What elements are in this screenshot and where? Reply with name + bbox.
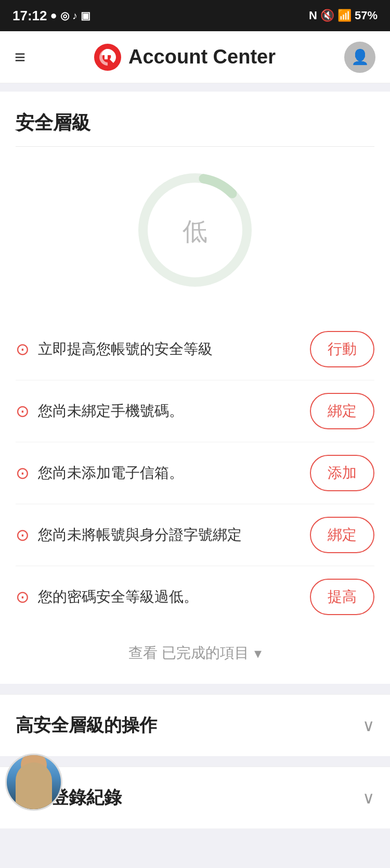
status-time: 17:12 (12, 8, 47, 24)
warning-text-3: 您尚未將帳號與身分證字號綁定 (38, 525, 242, 545)
warning-left-2: ⊙ 您尚未添加電子信箱。 (16, 463, 300, 483)
mid-divider-1 (0, 684, 390, 694)
warning-text-1: 您尚未綁定手機號碼。 (38, 401, 184, 421)
action-btn-3[interactable]: 綁定 (310, 517, 374, 553)
warning-text-2: 您尚未添加電子信箱。 (38, 463, 184, 483)
warning-item-2: ⊙ 您尚未添加電子信箱。 添加 (16, 442, 374, 504)
status-bar: 17:12 ● ◎ ♪ ▣ N 🔇 📶 57% (0, 0, 390, 31)
warning-left-3: ⊙ 您尚未將帳號與身分證字號綁定 (16, 525, 300, 545)
high-security-section[interactable]: 高安全層級的操作 ∨ (0, 694, 390, 756)
floating-avatar (5, 754, 62, 811)
view-completed-button[interactable]: 查看 已完成的項目 ▾ (16, 628, 374, 673)
security-gauge-chart: 低 (127, 162, 263, 298)
warning-item-4: ⊙ 您的密碼安全等級過低。 提高 (16, 566, 374, 628)
chevron-down-icon: ▾ (254, 645, 262, 662)
instagram-icon: ◎ (60, 9, 69, 22)
security-gauge-container: 低 (16, 162, 374, 298)
status-bar-right: N 🔇 📶 57% (309, 9, 378, 22)
security-section: 安全層級 低 ⊙ 立即提高您帳號的安全等級 行動 ⊙ 您尚未綁定手機號碼。 綁定 (0, 92, 390, 684)
warning-icon-3: ⊙ (16, 525, 30, 545)
floating-avatar-image (7, 755, 61, 809)
user-avatar[interactable]: 👤 (344, 42, 375, 73)
warning-left-1: ⊙ 您尚未綁定手機號碼。 (16, 401, 300, 421)
top-divider (0, 83, 390, 92)
warning-icon-2: ⊙ (16, 463, 30, 483)
discord-icon: ● (50, 9, 57, 22)
high-security-title: 高安全層級的操作 (16, 713, 157, 737)
mute-icon: 🔇 (320, 9, 334, 22)
warning-left-0: ⊙ 立即提高您帳號的安全等級 (16, 339, 300, 359)
warning-left-4: ⊙ 您的密碼安全等級過低。 (16, 586, 300, 607)
action-btn-0[interactable]: 行動 (310, 331, 374, 367)
chevron-down-icon-1: ∨ (362, 716, 374, 735)
action-btn-2[interactable]: 添加 (310, 455, 374, 491)
signal-icon: ▣ (81, 9, 90, 22)
warning-item-0: ⊙ 立即提高您帳號的安全等級 行動 (16, 318, 374, 380)
warning-list: ⊙ 立即提高您帳號的安全等級 行動 ⊙ 您尚未綁定手機號碼。 綁定 ⊙ 您尚未添… (16, 318, 374, 628)
action-btn-1[interactable]: 綁定 (310, 393, 374, 429)
warning-icon-1: ⊙ (16, 401, 30, 421)
app-logo: Account Center (94, 44, 276, 71)
security-section-title: 安全層級 (16, 110, 374, 136)
gauge-level-text: 低 (183, 218, 207, 245)
nav-bar: ≡ Account Center 👤 (0, 31, 390, 83)
menu-button[interactable]: ≡ (15, 46, 25, 68)
avatar-icon: 👤 (351, 48, 369, 66)
signal-strength-icon: 📶 (337, 9, 352, 22)
warning-text-0: 立即提高您帳號的安全等級 (38, 339, 213, 359)
tiktok-icon: ♪ (72, 10, 77, 22)
garena-logo-icon (94, 44, 121, 71)
warning-item-3: ⊙ 您尚未將帳號與身分證字號綁定 綁定 (16, 504, 374, 566)
chevron-down-icon-2: ∨ (362, 788, 374, 808)
section-divider (16, 146, 374, 147)
page-title: Account Center (128, 46, 276, 68)
mid-divider-3 (0, 828, 390, 839)
action-btn-4[interactable]: 提高 (310, 579, 374, 615)
nfc-icon: N (309, 9, 317, 22)
warning-icon-0: ⊙ (16, 339, 30, 359)
view-completed-label: 查看 已完成的項目 (128, 643, 249, 663)
warning-item-1: ⊙ 您尚未綁定手機號碼。 綁定 (16, 380, 374, 442)
status-bar-left: 17:12 ● ◎ ♪ ▣ (12, 8, 90, 24)
avatar-body (16, 762, 52, 809)
battery-percentage: 57% (355, 9, 378, 22)
warning-text-4: 您的密碼安全等級過低。 (38, 586, 198, 607)
warning-icon-4: ⊙ (16, 587, 30, 607)
footer: Copyright © Garena Online. Trademarks be… (0, 847, 390, 868)
